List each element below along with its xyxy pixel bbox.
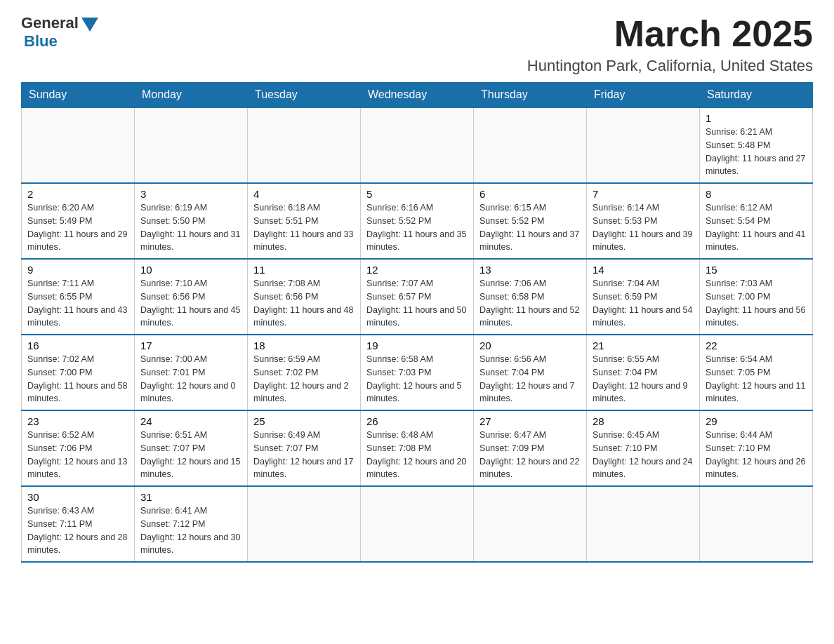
- weekday-header-tuesday: Tuesday: [248, 83, 361, 108]
- calendar-cell: [587, 107, 700, 183]
- day-number: 22: [706, 340, 807, 351]
- logo: General Blue: [21, 14, 98, 51]
- day-info: Sunrise: 6:49 AMSunset: 7:07 PMDaylight:…: [253, 429, 355, 481]
- calendar-cell: 28Sunrise: 6:45 AMSunset: 7:10 PMDayligh…: [587, 410, 700, 486]
- day-number: 23: [27, 415, 128, 427]
- calendar-cell: [22, 107, 135, 183]
- day-info: Sunrise: 6:51 AMSunset: 7:07 PMDaylight:…: [140, 429, 241, 481]
- calendar-cell: 30Sunrise: 6:43 AMSunset: 7:11 PMDayligh…: [22, 486, 135, 562]
- calendar-cell: 25Sunrise: 6:49 AMSunset: 7:07 PMDayligh…: [248, 410, 361, 486]
- day-info: Sunrise: 6:54 AMSunset: 7:05 PMDaylight:…: [706, 353, 807, 405]
- weekday-header-row: SundayMondayTuesdayWednesdayThursdayFrid…: [22, 83, 813, 108]
- day-number: 31: [140, 491, 241, 503]
- calendar-week-row: 30Sunrise: 6:43 AMSunset: 7:11 PMDayligh…: [22, 486, 813, 562]
- day-info: Sunrise: 6:48 AMSunset: 7:08 PMDaylight:…: [366, 429, 468, 481]
- day-number: 7: [593, 188, 694, 200]
- calendar-cell: [474, 107, 587, 183]
- page-header: General Blue March 2025 Huntington Park,…: [21, 14, 813, 75]
- calendar-cell: 13Sunrise: 7:06 AMSunset: 6:58 PMDayligh…: [474, 259, 587, 335]
- day-info: Sunrise: 7:10 AMSunset: 6:56 PMDaylight:…: [140, 277, 241, 330]
- weekday-header-saturday: Saturday: [700, 83, 813, 108]
- day-info: Sunrise: 7:02 AMSunset: 7:00 PMDaylight:…: [27, 353, 128, 405]
- calendar-header: SundayMondayTuesdayWednesdayThursdayFrid…: [22, 83, 813, 108]
- day-info: Sunrise: 6:47 AMSunset: 7:09 PMDaylight:…: [479, 429, 581, 481]
- calendar-cell: 19Sunrise: 6:58 AMSunset: 7:03 PMDayligh…: [361, 335, 474, 410]
- calendar-cell: 4Sunrise: 6:18 AMSunset: 5:51 PMDaylight…: [248, 183, 361, 259]
- calendar-cell: 12Sunrise: 7:07 AMSunset: 6:57 PMDayligh…: [361, 259, 474, 335]
- day-number: 3: [140, 188, 241, 200]
- day-info: Sunrise: 6:14 AMSunset: 5:53 PMDaylight:…: [593, 201, 694, 254]
- calendar-cell: 29Sunrise: 6:44 AMSunset: 7:10 PMDayligh…: [700, 410, 813, 486]
- calendar-cell: [248, 107, 361, 183]
- calendar-cell: 7Sunrise: 6:14 AMSunset: 5:53 PMDaylight…: [587, 183, 700, 259]
- logo-triangle-icon: [81, 18, 98, 32]
- day-info: Sunrise: 6:58 AMSunset: 7:03 PMDaylight:…: [366, 353, 468, 405]
- day-info: Sunrise: 6:55 AMSunset: 7:04 PMDaylight:…: [593, 353, 694, 405]
- day-info: Sunrise: 6:18 AMSunset: 5:51 PMDaylight:…: [253, 201, 355, 254]
- calendar-cell: 8Sunrise: 6:12 AMSunset: 5:54 PMDaylight…: [700, 183, 813, 259]
- day-info: Sunrise: 7:08 AMSunset: 6:56 PMDaylight:…: [253, 277, 355, 330]
- location-title: Huntington Park, California, United Stat…: [527, 57, 813, 75]
- day-number: 17: [140, 340, 241, 351]
- calendar-cell: [587, 486, 700, 562]
- calendar-cell: 14Sunrise: 7:04 AMSunset: 6:59 PMDayligh…: [587, 259, 700, 335]
- day-info: Sunrise: 6:45 AMSunset: 7:10 PMDaylight:…: [593, 429, 694, 481]
- day-number: 8: [706, 188, 807, 200]
- day-info: Sunrise: 6:21 AMSunset: 5:48 PMDaylight:…: [706, 126, 807, 178]
- calendar-week-row: 16Sunrise: 7:02 AMSunset: 7:00 PMDayligh…: [22, 335, 813, 410]
- month-title: March 2025: [527, 14, 813, 54]
- calendar-cell: [361, 486, 474, 562]
- day-info: Sunrise: 6:16 AMSunset: 5:52 PMDaylight:…: [366, 201, 468, 254]
- calendar-cell: 18Sunrise: 6:59 AMSunset: 7:02 PMDayligh…: [248, 335, 361, 410]
- calendar-cell: 31Sunrise: 6:41 AMSunset: 7:12 PMDayligh…: [135, 486, 248, 562]
- day-number: 21: [593, 340, 694, 351]
- day-info: Sunrise: 6:52 AMSunset: 7:06 PMDaylight:…: [27, 429, 128, 481]
- weekday-header-monday: Monday: [135, 83, 248, 108]
- calendar-cell: 20Sunrise: 6:56 AMSunset: 7:04 PMDayligh…: [474, 335, 587, 410]
- calendar-body: 1Sunrise: 6:21 AMSunset: 5:48 PMDaylight…: [22, 107, 813, 562]
- calendar-cell: 21Sunrise: 6:55 AMSunset: 7:04 PMDayligh…: [587, 335, 700, 410]
- day-number: 30: [27, 491, 128, 503]
- calendar-cell: [135, 107, 248, 183]
- day-number: 26: [366, 415, 468, 427]
- day-info: Sunrise: 6:59 AMSunset: 7:02 PMDaylight:…: [253, 353, 355, 405]
- calendar-cell: 23Sunrise: 6:52 AMSunset: 7:06 PMDayligh…: [22, 410, 135, 486]
- day-info: Sunrise: 7:07 AMSunset: 6:57 PMDaylight:…: [366, 277, 468, 330]
- calendar-cell: 15Sunrise: 7:03 AMSunset: 7:00 PMDayligh…: [700, 259, 813, 335]
- calendar-cell: 10Sunrise: 7:10 AMSunset: 6:56 PMDayligh…: [135, 259, 248, 335]
- day-number: 25: [253, 415, 355, 427]
- weekday-header-friday: Friday: [587, 83, 700, 108]
- calendar-cell: 24Sunrise: 6:51 AMSunset: 7:07 PMDayligh…: [135, 410, 248, 486]
- calendar-week-row: 2Sunrise: 6:20 AMSunset: 5:49 PMDaylight…: [22, 183, 813, 259]
- day-number: 2: [27, 188, 128, 200]
- weekday-header-sunday: Sunday: [22, 83, 135, 108]
- weekday-header-thursday: Thursday: [474, 83, 587, 108]
- logo-general-text: General: [21, 14, 79, 32]
- weekday-header-wednesday: Wednesday: [361, 83, 474, 108]
- day-number: 15: [706, 264, 807, 276]
- calendar-cell: 9Sunrise: 7:11 AMSunset: 6:55 PMDaylight…: [22, 259, 135, 335]
- day-info: Sunrise: 7:06 AMSunset: 6:58 PMDaylight:…: [479, 277, 581, 330]
- day-info: Sunrise: 7:04 AMSunset: 6:59 PMDaylight:…: [593, 277, 694, 330]
- day-number: 19: [366, 340, 468, 351]
- day-number: 11: [253, 264, 355, 276]
- day-number: 28: [593, 415, 694, 427]
- day-number: 10: [140, 264, 241, 276]
- day-info: Sunrise: 6:15 AMSunset: 5:52 PMDaylight:…: [479, 201, 581, 254]
- day-number: 24: [140, 415, 241, 427]
- day-info: Sunrise: 6:12 AMSunset: 5:54 PMDaylight:…: [706, 201, 807, 254]
- calendar-cell: 16Sunrise: 7:02 AMSunset: 7:00 PMDayligh…: [22, 335, 135, 410]
- day-number: 4: [253, 188, 355, 200]
- calendar-cell: 1Sunrise: 6:21 AMSunset: 5:48 PMDaylight…: [700, 107, 813, 183]
- day-info: Sunrise: 7:00 AMSunset: 7:01 PMDaylight:…: [140, 353, 241, 405]
- day-number: 20: [479, 340, 581, 351]
- day-number: 9: [27, 264, 128, 276]
- day-info: Sunrise: 6:20 AMSunset: 5:49 PMDaylight:…: [27, 201, 128, 254]
- calendar-cell: [361, 107, 474, 183]
- day-number: 5: [366, 188, 468, 200]
- day-info: Sunrise: 6:56 AMSunset: 7:04 PMDaylight:…: [479, 353, 581, 405]
- calendar-week-row: 9Sunrise: 7:11 AMSunset: 6:55 PMDaylight…: [22, 259, 813, 335]
- day-info: Sunrise: 6:19 AMSunset: 5:50 PMDaylight:…: [140, 201, 241, 254]
- calendar-cell: [700, 486, 813, 562]
- title-section: March 2025 Huntington Park, California, …: [527, 14, 813, 75]
